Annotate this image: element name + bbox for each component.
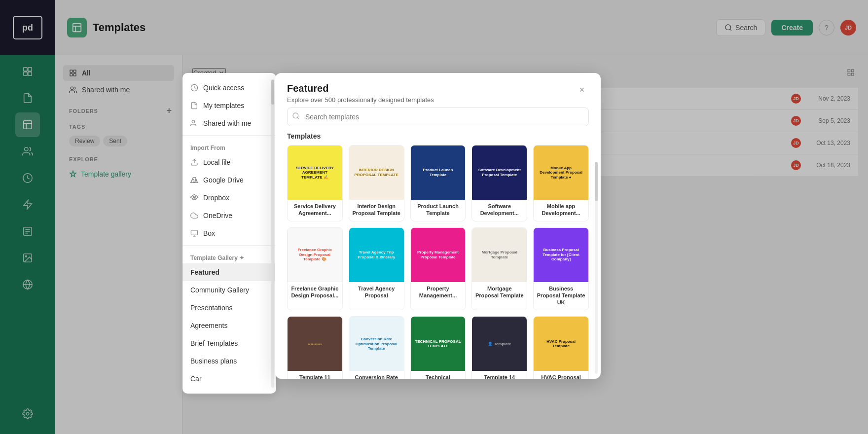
card8-label: Property Management... (411, 282, 466, 303)
community-gallery-label: Community Gallery (190, 286, 249, 294)
dropbox-icon (190, 194, 198, 202)
gallery-card-11[interactable]: ▪▪▪▪▪▪▪▪▪▪ Template 11 (287, 316, 343, 379)
dropdown-business-plans[interactable]: Business plans (182, 352, 276, 370)
business-plans-label: Business plans (190, 357, 237, 365)
gallery-card-5[interactable]: Mobile App Development Proposal Template… (533, 145, 589, 221)
dropdown-featured[interactable]: Featured (182, 263, 276, 281)
car-label: Car (190, 375, 202, 383)
brief-templates-label: Brief Templates (190, 339, 238, 347)
cloud-icon (190, 212, 198, 219)
dropdown-onedrive[interactable]: OneDrive (182, 207, 276, 224)
card4-label: Software Development... (472, 200, 527, 221)
dropdown-agreements[interactable]: Agreements (182, 317, 276, 334)
gallery-card-14[interactable]: 👤 Template Template 14 (471, 316, 527, 379)
gallery-card-7[interactable]: Travel Agency Trip Proposal & Itinerary … (349, 227, 404, 311)
gallery-modal: Featured Explore over 500 professionally… (275, 73, 601, 379)
box-label: Box (203, 229, 215, 237)
gallery-close-button[interactable]: × (575, 83, 589, 97)
gallery-search-area (287, 108, 589, 126)
onedrive-label: OneDrive (203, 212, 232, 219)
my-templates-label: My templates (203, 102, 244, 109)
card12-label: Conversion Rate Optimization... (349, 371, 404, 379)
card9-label: Mortgage Proposal Template (472, 282, 527, 303)
gallery-card-12[interactable]: Conversion Rate Optimization Proposal Te… (349, 316, 404, 379)
gallery-card-6[interactable]: Freelance Graphic Design Proposal Templa… (287, 227, 343, 311)
gallery-card-3[interactable]: Product Launch Template Product Launch T… (410, 145, 466, 221)
card1-label: Service Delivery Agreement... (288, 200, 342, 221)
dropdown-panel: Quick access My templates Shared with me… (182, 73, 276, 394)
card2-label: Interior Design Proposal Template (349, 200, 404, 221)
drive-icon (190, 176, 198, 184)
card15-label: HVAC Proposal Template (534, 371, 588, 379)
agreements-label: Agreements (190, 322, 227, 329)
dropdown-divider (182, 135, 276, 136)
featured-label: Featured (190, 268, 219, 276)
dropdown-shared-with-me[interactable]: Shared with me (182, 114, 276, 132)
users-icon (190, 119, 198, 127)
local-file-label: Local file (203, 158, 230, 166)
dropdown-box[interactable]: Box (182, 224, 276, 242)
gallery-card-9[interactable]: Mortgage Proposal Template Mortgage Prop… (471, 227, 527, 311)
clock-icon (190, 84, 198, 92)
gallery-search-icon (292, 112, 300, 122)
svg-marker-38 (191, 178, 198, 183)
dropdown-dropbox[interactable]: Dropbox (182, 189, 276, 207)
google-drive-label: Google Drive (203, 176, 244, 184)
gallery-modal-subtitle: Explore over 500 professionally designed… (287, 96, 434, 104)
gallery-scrollbar-thumb[interactable] (595, 162, 598, 201)
card3-label: Product Launch Template (411, 200, 466, 221)
gallery-scrollbar-track (595, 162, 598, 374)
dropdown-presentations[interactable]: Presentations (182, 299, 276, 317)
dropdown-scrollbar-track (271, 79, 274, 388)
gallery-card-2[interactable]: INTERIOR DESIGN PROPOSAL TEMPLATE Interi… (349, 145, 404, 221)
gallery-search-input[interactable] (287, 108, 589, 126)
presentations-label: Presentations (190, 304, 233, 312)
gallery-modal-title-area: Featured Explore over 500 professionally… (287, 83, 434, 104)
gallery-card-13[interactable]: TECHNICAL PROPOSAL TEMPLATE Technical Pr… (410, 316, 466, 379)
card11-label: Template 11 (288, 371, 342, 379)
quick-access-label: Quick access (203, 84, 244, 92)
card13-label: Technical Proposal Template (411, 371, 466, 379)
gallery-card-4[interactable]: Software Development Proposal Template S… (471, 145, 527, 221)
svg-line-43 (297, 117, 299, 119)
gallery-card-15[interactable]: HVAC Proposal Template HVAC Proposal Tem… (533, 316, 589, 379)
card5-label: Mobile app Development... (534, 200, 588, 221)
dropdown-quick-access[interactable]: Quick access (182, 79, 276, 97)
gallery-section-label: Templates (275, 132, 601, 145)
card14-label: Template 14 (472, 371, 527, 379)
gallery-grid-row3: ▪▪▪▪▪▪▪▪▪▪ Template 11 Conversion Rate O… (287, 316, 589, 379)
dropdown-divider2 (182, 245, 276, 246)
gallery-modal-title: Featured (287, 83, 434, 94)
card10-label: Business Proposal Template UK (534, 282, 588, 310)
dropdown-brief-templates[interactable]: Brief Templates (182, 334, 276, 352)
gallery-modal-header: Featured Explore over 500 professionally… (275, 73, 601, 108)
gallery-card-1[interactable]: SERVICE DELIVERY AGREEMENT TEMPLATE ✍ Se… (287, 145, 343, 221)
import-section-label: Import From (182, 139, 276, 153)
gallery-card-10[interactable]: Business Proposal Template for [Client C… (533, 227, 589, 311)
dropbox-label: Dropbox (203, 194, 229, 202)
dropdown-car[interactable]: Car (182, 370, 276, 388)
svg-point-42 (293, 113, 298, 118)
dropdown-google-drive[interactable]: Google Drive (182, 171, 276, 189)
dropdown-my-templates[interactable]: My templates (182, 97, 276, 114)
card7-label: Travel Agency Proposal (349, 282, 404, 303)
card6-label: Freelance Graphic Design Proposal... (288, 282, 342, 303)
box-icon (190, 229, 198, 237)
upload-icon (190, 158, 198, 166)
gallery-card-8[interactable]: Property Management Proposal Template Pr… (410, 227, 466, 311)
dropdown-community-gallery[interactable]: Community Gallery (182, 281, 276, 299)
gallery-grid-row1: SERVICE DELIVERY AGREEMENT TEMPLATE ✍ Se… (287, 145, 589, 221)
gallery-content: SERVICE DELIVERY AGREEMENT TEMPLATE ✍ Se… (275, 145, 601, 379)
dropdown-local-file[interactable]: Local file (182, 153, 276, 171)
dropdown-scrollbar-thumb[interactable] (271, 80, 274, 105)
gallery-grid-row2: Freelance Graphic Design Proposal Templa… (287, 227, 589, 311)
shared-with-me-label: Shared with me (203, 119, 251, 127)
gallery-section-label: Template Gallery ✦ (182, 249, 276, 263)
file-icon (190, 102, 198, 109)
svg-rect-39 (191, 230, 197, 235)
svg-point-34 (192, 120, 194, 123)
